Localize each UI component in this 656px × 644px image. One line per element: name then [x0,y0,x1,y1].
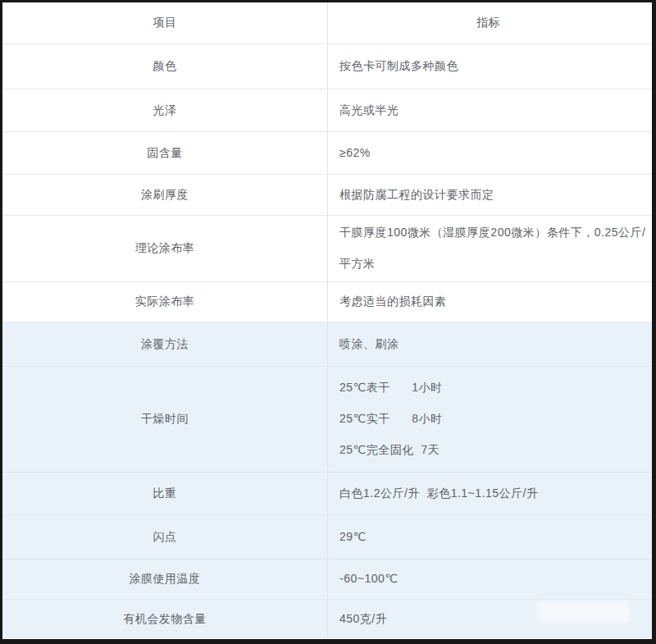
table-row: 固含量 ≥62% [2,131,652,174]
row-value: 考虑适当的损耗因素 [328,282,652,322]
table-row: 涂膜使用温度 -60~100℃ [2,559,652,599]
row-label: 实际涂布率 [2,282,328,322]
row-label: 干燥时间 [2,367,328,472]
row-label: 光泽 [2,89,328,131]
spec-table-frame: 项目 指标 颜色 按色卡可制成多种颜色 光泽 高光或半光 固含量 ≥62% 涂刷… [0,0,656,644]
table-header-row: 项目 指标 [2,2,652,43]
header-item-label: 项目 [2,2,328,43]
row-value: 干膜厚度100微米（湿膜厚度200微米）条件下，0.25公斤/ 平方米 [328,216,652,281]
table-row: 颜色 按色卡可制成多种颜色 [2,43,652,89]
row-label: 理论涂布率 [2,216,328,281]
table-row: 理论涂布率 干膜厚度100微米（湿膜厚度200微米）条件下，0.25公斤/ 平方… [2,215,652,281]
row-value: -60~100℃ [328,560,652,599]
table-row: 有机会发物含量 450克/升 [2,599,652,638]
row-label: 固含量 [2,132,328,174]
row-value: 喷涂、刷涂 [328,322,652,366]
table-row: 光泽 高光或半光 [2,89,652,131]
table-row: 比重 白色1.2公斤/升 彩色1.1~1.15公斤/升 [2,472,652,514]
table-row: 闪点 29℃ [2,514,652,559]
table-row: 实际涂布率 考虑适当的损耗因素 [2,281,652,322]
row-label: 涂膜使用温度 [2,560,328,599]
row-label: 涂刷厚度 [2,175,328,215]
spec-table: 项目 指标 颜色 按色卡可制成多种颜色 光泽 高光或半光 固含量 ≥62% 涂刷… [2,2,652,639]
table-row: 涂刷厚度 根据防腐工程的设计要求而定 [2,174,652,215]
row-value: 按色卡可制成多种颜色 [328,44,652,89]
row-value: 高光或半光 [328,89,652,131]
header-spec-label: 指标 [328,2,652,43]
row-value: 450克/升 [328,600,652,638]
row-label: 颜色 [2,44,328,89]
row-value: 25℃表干 1小时 25℃实干 8小时 25℃完全固化 7天 [328,367,652,472]
row-label: 涂覆方法 [2,322,328,366]
row-value: ≥62% [328,132,652,174]
row-label: 有机会发物含量 [2,600,328,638]
table-row: 涂覆方法 喷涂、刷涂 [2,322,652,366]
row-label: 比重 [2,473,328,514]
row-value: 白色1.2公斤/升 彩色1.1~1.15公斤/升 [328,473,652,514]
row-value: 根据防腐工程的设计要求而定 [328,175,652,215]
row-value: 29℃ [328,515,652,559]
table-row: 干燥时间 25℃表干 1小时 25℃实干 8小时 25℃完全固化 7天 [2,366,652,472]
row-label: 闪点 [2,515,328,559]
